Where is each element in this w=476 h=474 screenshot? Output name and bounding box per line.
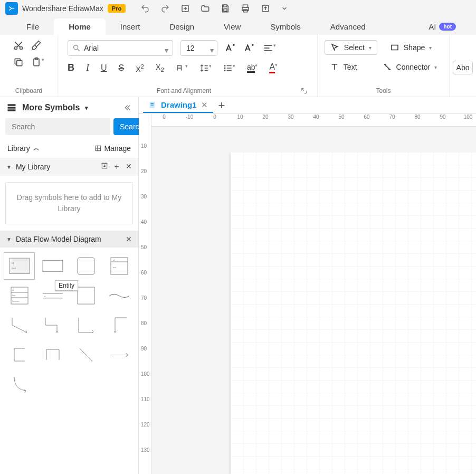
ruler-mark: 10 [227,114,253,126]
add-tab-button[interactable]: + [218,99,225,112]
ribbon-tools-group: Select ▾ Shape ▾ Text Connector ▾ [318,35,450,97]
stencil-connector[interactable] [104,282,134,309]
print-icon[interactable] [241,4,250,13]
stencil-connector[interactable] [104,342,134,368]
menu-view[interactable]: View [209,18,255,35]
close-icon[interactable]: ✕ [126,235,132,243]
font-name-select[interactable]: Arial ▾ [68,40,173,56]
close-icon[interactable]: ✕ [126,162,132,172]
my-library-title: My Library [16,163,50,171]
select-label: Select [344,43,365,52]
category-header[interactable]: ▼ Data Flow Model Diagram ✕ [0,231,138,248]
grow-font-icon[interactable] [225,42,236,54]
svg-rect-24 [43,261,63,272]
undo-icon[interactable] [140,4,150,13]
svg-text:text: text [12,294,16,297]
svg-text:text: text [12,267,16,270]
open-icon[interactable] [201,4,210,13]
stencil-connector[interactable] [71,312,101,338]
stencil-shape[interactable] [71,253,101,279]
import-icon[interactable] [101,162,108,172]
svg-text:id: id [44,295,46,297]
document-tab[interactable]: Drawing1 ✕ [143,98,213,113]
pro-badge: Pro [108,4,126,13]
connector-tool-button[interactable]: Connector ▾ [377,60,443,74]
stencil-shape[interactable]: idtext [104,253,134,279]
library-label[interactable]: Library [7,144,30,153]
stencil-connector[interactable] [71,342,101,368]
menu-insert[interactable]: Insert [106,18,155,35]
svg-rect-43 [151,103,154,103]
connector-label: Connector [396,63,431,71]
cut-icon[interactable] [13,40,24,51]
svg-point-6 [15,47,17,50]
chevron-down-icon: ▾ [165,46,168,54]
redo-icon[interactable] [160,4,170,13]
stencil-connector[interactable] [37,342,68,368]
new-icon[interactable] [180,4,190,13]
canvas-area: Drawing1 ✕ + 10 20 30 40 50 60 70 80 90 … [139,97,476,474]
close-tab-icon[interactable]: ✕ [201,100,208,110]
ribbon-clipboard-group: ▾ Clipboard [0,35,58,97]
my-library-header[interactable]: ▼ My Library + ✕ [0,158,138,176]
text-tool-button[interactable]: Text [325,60,363,74]
stencil-connector[interactable] [4,342,34,368]
more-icon[interactable] [281,5,288,12]
paste-icon[interactable]: ▾ [31,57,44,68]
sidebar-search-row: Search [0,118,138,140]
ribbon: ▾ Clipboard Arial ▾ 12 ▾ ▾ [0,35,476,97]
menu-symbols[interactable]: Symbols [255,18,316,35]
bullets-icon[interactable]: ▾ [223,63,235,73]
menu-design[interactable]: Design [155,18,209,35]
stencil-connector[interactable] [4,312,34,338]
search-input[interactable] [5,118,110,135]
menu-home[interactable]: Home [54,18,106,35]
shape-tool-button[interactable]: Shape ▾ [385,41,437,54]
dialog-launcher-icon[interactable] [300,87,308,94]
about-button[interactable]: Abo [453,61,473,74]
shrink-font-icon[interactable] [244,42,255,54]
menu-advanced[interactable]: Advanced [316,18,380,35]
export-icon[interactable] [261,4,270,13]
line-spacing-icon[interactable]: ▾ [199,63,212,73]
italic-icon[interactable]: I [86,62,89,73]
copy-icon[interactable] [13,57,24,68]
stencil-connector[interactable] [4,371,34,397]
my-library-dropzone[interactable]: Drag symbols here to add to My Library [5,182,133,224]
page[interactable] [231,152,476,474]
document-name: Drawing1 [161,100,197,109]
subscript-icon[interactable]: X2 [156,63,164,73]
menu-ai[interactable]: AI hot [414,18,471,35]
ruler-mark: 50 [329,114,354,126]
underline-icon[interactable]: U [101,63,107,73]
menu-file[interactable]: File [12,18,54,35]
manage-button[interactable]: Manage [94,144,131,153]
ruler-mark: 0 [151,114,177,126]
stencil-connector[interactable] [37,312,68,338]
canvas[interactable] [151,127,476,474]
sidebar-title[interactable]: More Symbols [22,103,80,112]
plus-icon[interactable]: + [115,162,119,172]
align-dropdown-icon[interactable]: ▾ [263,43,276,53]
stencil-shape[interactable] [37,253,68,279]
stencil-shape[interactable]: idtextlocation [4,282,34,309]
collapse-sidebar-icon[interactable] [122,103,132,112]
svg-text:location: location [12,300,20,302]
svg-point-14 [224,70,225,71]
format-painter-icon[interactable] [31,40,42,51]
strikethrough-icon[interactable]: S [119,63,125,73]
font-size-select[interactable]: 12 ▾ [180,40,217,56]
stencil-shape[interactable]: idtext [4,253,34,279]
superscript-icon[interactable]: X2 [136,63,144,73]
ruler-canvas: 10 20 30 40 50 60 70 80 90 100 110 120 1… [139,114,476,474]
svg-text:id: id [12,289,14,291]
stencil-connector[interactable] [104,312,134,338]
text-case-icon[interactable]: ▾ [176,63,188,73]
select-tool-button[interactable]: Select ▾ [325,40,377,55]
font-color-icon[interactable]: A▾ [269,62,278,73]
tooltip: Entity [55,280,78,291]
highlight-icon[interactable]: ab▾ [247,63,258,73]
save-icon[interactable] [221,4,230,13]
bold-icon[interactable]: B [68,62,74,73]
sidebar-header: More Symbols ▾ [0,97,138,118]
